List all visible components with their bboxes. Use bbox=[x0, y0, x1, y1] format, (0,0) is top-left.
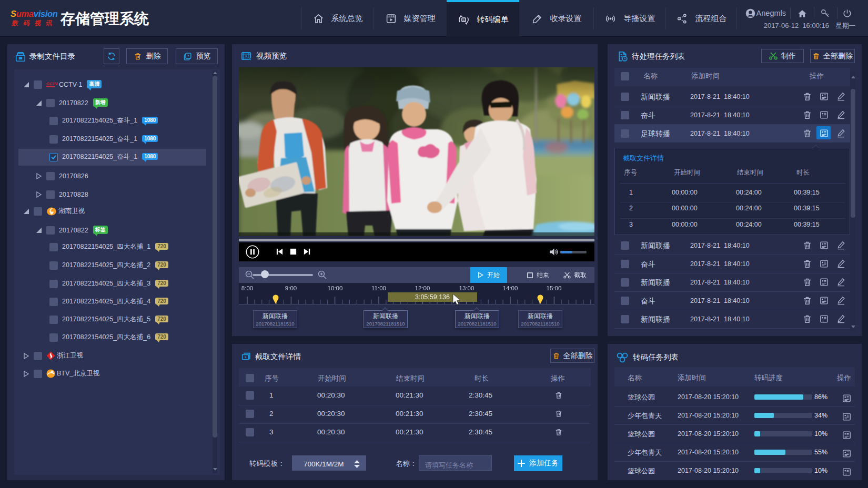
svg-text:13:00: 13:00 bbox=[459, 285, 475, 291]
svg-text:9:00: 9:00 bbox=[285, 285, 297, 291]
svg-text:12:00: 12:00 bbox=[415, 285, 430, 291]
svg-text:CCTV: CCTV bbox=[46, 82, 58, 86]
svg-text:8:00: 8:00 bbox=[241, 285, 253, 291]
svg-text:3:05:59:136: 3:05:59:136 bbox=[415, 293, 450, 301]
svg-text:10:00: 10:00 bbox=[328, 285, 343, 291]
svg-text:14:00: 14:00 bbox=[503, 285, 518, 291]
svg-text:11:00: 11:00 bbox=[371, 285, 386, 291]
svg-text:15:00: 15:00 bbox=[547, 285, 562, 291]
